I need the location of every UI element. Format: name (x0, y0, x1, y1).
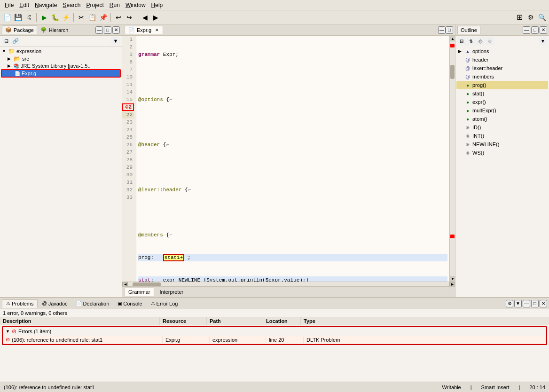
toolbar-save-btn[interactable]: 💾 (13, 12, 23, 23)
toolbar-copy-btn[interactable]: 📋 (87, 12, 97, 23)
toolbar-group-1: 📄 💾 🖨 (2, 12, 34, 23)
editor-maximize-btn[interactable]: □ (446, 26, 453, 34)
cell-desc-1: ⊘ (106): reference to undefined rule: st… (3, 336, 163, 343)
id-type-icon: ◉ (464, 124, 471, 131)
editor-minimize-btn[interactable]: — (438, 26, 446, 34)
toolbar-new-btn[interactable]: 📄 (2, 12, 12, 23)
outline-hide-btn[interactable]: ◎ (476, 37, 485, 45)
error-row-1[interactable]: ⊘ (106): reference to undefined rule: st… (3, 336, 546, 344)
bottom-panel-menu-btn[interactable]: ▼ (514, 300, 522, 307)
tree-item-src[interactable]: ▶ 📂 src (1, 55, 121, 63)
toolbar-undo-btn[interactable]: ↩ (113, 12, 124, 23)
toolbar-perspective-btn[interactable]: ⊞ (514, 12, 525, 23)
tree-menu-btn[interactable]: ▼ (111, 37, 120, 45)
outline-item-atom[interactable]: ● atom() (456, 115, 548, 123)
left-panel-maximize-btn[interactable]: □ (104, 26, 111, 34)
toolbar-cut-btn[interactable]: ✂ (76, 12, 86, 23)
left-panel-minimize-btn[interactable]: — (95, 26, 103, 34)
outline-item-int[interactable]: ◉ INT() (456, 132, 548, 140)
toolbar-search-btn[interactable]: 🔍 (537, 12, 547, 23)
outline-menu-btn[interactable]: ▼ (539, 37, 547, 45)
declaration-icon: 📄 (76, 301, 82, 306)
scroll-down-btn[interactable]: ▼ (450, 276, 455, 282)
error-section-header[interactable]: ▼ ⊘ Errors (1 item) (3, 327, 546, 336)
bottom-panel-settings-btn[interactable]: ⚙ (506, 300, 513, 307)
tab-errorlog[interactable]: ⚠ Error Log (147, 299, 182, 308)
outline-item-multexpr[interactable]: ● multExpr() (456, 106, 548, 115)
toolbar-debug-btn[interactable]: 🐛 (50, 12, 60, 23)
menu-file[interactable]: File (2, 1, 16, 9)
prog-type-icon: ● (464, 82, 471, 88)
bottom-panel-minimize-btn[interactable]: — (523, 300, 530, 307)
code-content[interactable]: grammar Expr; @options {⌐ @header {⌐ @le… (136, 36, 449, 282)
toolbar-paste-btn[interactable]: 📌 (98, 12, 108, 23)
outline-close-btn[interactable]: ✕ (540, 26, 547, 34)
outline-item-options[interactable]: ▶ ▲ options (456, 47, 548, 55)
editor-tab-exprg[interactable]: 📄 Expr.g ✕ (124, 26, 163, 34)
outline-sort-btn[interactable]: ⇅ (467, 37, 475, 45)
menu-project[interactable]: Project (83, 1, 106, 9)
editor-tab-close-icon[interactable]: ✕ (155, 28, 159, 32)
col-type[interactable]: Type (301, 317, 549, 325)
toolbar-sep-2 (73, 13, 74, 22)
outline-item-members[interactable]: @ members (456, 72, 548, 81)
col-path[interactable]: Path (207, 317, 263, 325)
col-description[interactable]: Description (0, 317, 160, 325)
outline-item-ws[interactable]: ◉ WS() (456, 149, 548, 157)
toolbar-back-btn[interactable]: ◀ (140, 12, 150, 23)
outline-item-stat[interactable]: ● stat() (456, 89, 548, 98)
menu-search[interactable]: Search (60, 1, 83, 9)
outline-disabled-btn[interactable]: ⊘ (486, 37, 494, 45)
tab-console[interactable]: ▣ Console (113, 299, 146, 308)
menu-window[interactable]: Window (123, 1, 149, 9)
outline-collapse-btn[interactable]: ⊟ (457, 37, 466, 45)
tree-item-exprg[interactable]: 📄 Expr.g (1, 69, 121, 78)
outline-item-prog[interactable]: ● prog() (456, 81, 548, 89)
link-editor-btn[interactable]: 🔗 (11, 37, 20, 45)
editor-tab-grammar[interactable]: Grammar (124, 288, 154, 296)
editor-vscroll[interactable]: ▲ ▼ (449, 36, 455, 282)
menu-help[interactable]: Help (149, 1, 166, 9)
outline-item-lexer-header[interactable]: @ lexer::header (456, 64, 548, 72)
outline-item-header[interactable]: @ header (456, 55, 548, 64)
tab-problems[interactable]: ⚠ Problems (2, 299, 38, 308)
hscroll-right-btn[interactable]: ▶ (449, 282, 455, 287)
tab-hierarchy[interactable]: 🌳 Hierarch (37, 25, 72, 34)
outline-minimize-btn[interactable]: — (523, 26, 530, 34)
toolbar-redo-btn[interactable]: ↪ (124, 12, 134, 23)
col-resource[interactable]: Resource (160, 317, 207, 325)
menu-edit[interactable]: Edit (16, 1, 32, 9)
outline-maximize-btn[interactable]: □ (531, 26, 539, 34)
outline-item-expr[interactable]: ● expr() (456, 98, 548, 106)
tab-declaration[interactable]: 📄 Declaration (72, 299, 114, 308)
tree-item-jre[interactable]: ▶ 📚 JRE System Library [java-1.5.. (1, 63, 121, 69)
editor-tab-interpreter[interactable]: Interpreter (155, 288, 188, 296)
col-location[interactable]: Location (263, 317, 301, 325)
scroll-thumb[interactable] (450, 65, 455, 79)
hscroll-left-btn[interactable]: ◀ (122, 282, 128, 287)
bottom-panel-close-btn[interactable]: ✕ (540, 300, 547, 307)
menu-navigate[interactable]: Navigate (32, 1, 60, 9)
tab-javadoc[interactable]: @ Javadoc (38, 299, 71, 308)
scroll-up-btn[interactable]: ▲ (450, 36, 455, 41)
code-line-3: @options {⌐ (138, 96, 447, 103)
bottom-panel-maximize-btn[interactable]: □ (531, 300, 539, 307)
toolbar-run-btn[interactable]: ▶ (39, 12, 49, 23)
toolbar-print-btn[interactable]: 🖨 (24, 12, 34, 23)
outline-item-newline[interactable]: ◉ NEWLINE() (456, 140, 548, 149)
atom-type-icon: ● (464, 116, 471, 122)
tab-package[interactable]: 📦 Package (2, 25, 37, 34)
toolbar-profile-btn[interactable]: ⚡ (61, 12, 71, 23)
toolbar-settings-btn[interactable]: ⚙ (525, 12, 536, 23)
code-line-14 (138, 209, 447, 216)
collapse-all-btn[interactable]: ⊟ (2, 37, 10, 45)
toolbar-fwd-btn[interactable]: ▶ (150, 12, 161, 23)
outline-item-id[interactable]: ◉ ID() (456, 123, 548, 132)
tab-outline[interactable]: Outline (457, 26, 480, 34)
left-panel-close-btn[interactable]: ✕ (112, 26, 120, 34)
tree-item-expression[interactable]: ▼ 📁 expression (1, 47, 121, 55)
line-num-25: 25 (122, 133, 134, 141)
hscroll-thumb[interactable] (133, 282, 161, 286)
outline-tree: ▶ ▲ options @ header @ lexer::header (455, 46, 549, 297)
menu-run[interactable]: Run (107, 1, 123, 9)
